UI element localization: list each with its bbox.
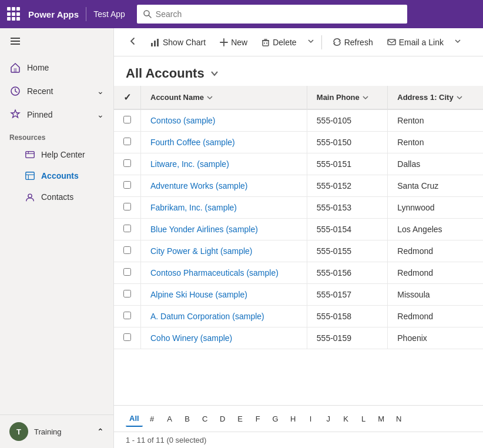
- trash-icon: [261, 38, 270, 46]
- show-chart-button[interactable]: Show Chart: [145, 34, 212, 51]
- row-checkbox-6[interactable]: [114, 240, 141, 262]
- row-checkbox-10[interactable]: [114, 327, 141, 349]
- row-checkbox-5[interactable]: [114, 219, 141, 240]
- account-name-cell-8[interactable]: Alpine Ski House (sample): [141, 284, 307, 306]
- table-body: Contoso (sample) 555-0105 Renton Fourth …: [114, 109, 483, 349]
- alpha-btn-e[interactable]: E: [232, 410, 249, 427]
- address-city-header[interactable]: Address 1: City: [388, 86, 483, 109]
- row-checkbox-9[interactable]: [114, 306, 141, 327]
- alpha-btn-hash[interactable]: #: [144, 410, 160, 427]
- sidebar-item-pinned[interactable]: Pinned ⌄: [0, 103, 113, 126]
- search-input[interactable]: [156, 9, 401, 19]
- row-checkbox-1[interactable]: [114, 132, 141, 153]
- row-checkbox-3[interactable]: [114, 175, 141, 197]
- sidebar-item-contacts[interactable]: Contacts: [0, 186, 113, 208]
- row-checkbox-input-3[interactable]: [123, 181, 131, 189]
- row-checkbox-input-10[interactable]: [123, 333, 131, 341]
- account-name-cell-5[interactable]: Blue Yonder Airlines (sample): [141, 219, 307, 240]
- alpha-btn-n[interactable]: N: [391, 410, 407, 427]
- delete-dropdown-button[interactable]: [305, 34, 317, 50]
- account-name-cell-0[interactable]: Contoso (sample): [141, 109, 307, 132]
- select-all-header[interactable]: ✓: [114, 86, 141, 109]
- sidebar-item-recent[interactable]: Recent ⌄: [0, 79, 113, 103]
- content-area: Show Chart New Delete: [114, 28, 483, 448]
- back-button[interactable]: [123, 33, 142, 51]
- account-name-cell-6[interactable]: City Power & Light (sample): [141, 240, 307, 262]
- alpha-btn-i[interactable]: I: [303, 410, 319, 427]
- sidebar-item-accounts[interactable]: Accounts: [0, 165, 113, 186]
- delete-button[interactable]: Delete: [256, 34, 302, 51]
- alpha-btn-g[interactable]: G: [267, 410, 284, 427]
- refresh-button[interactable]: Refresh: [327, 34, 379, 51]
- account-name-cell-7[interactable]: Contoso Pharmaceuticals (sample): [141, 262, 307, 284]
- address-city-cell-8: Missoula: [388, 284, 483, 306]
- row-checkbox-input-6[interactable]: [123, 246, 131, 254]
- email-link-button[interactable]: Email a Link: [381, 34, 450, 51]
- app-name-label: Test App: [93, 9, 125, 19]
- select-all-checkmark: ✓: [123, 92, 131, 102]
- row-checkbox-7[interactable]: [114, 262, 141, 284]
- alpha-btn-h[interactable]: H: [285, 410, 301, 427]
- search-bar[interactable]: [137, 5, 407, 24]
- sidebar-item-help-center[interactable]: Help Center: [0, 144, 113, 165]
- main-phone-header[interactable]: Main Phone: [307, 86, 387, 109]
- account-name-cell-10[interactable]: Coho Winery (sample): [141, 327, 307, 349]
- pin-icon: [9, 109, 21, 121]
- sidebar-item-home[interactable]: Home: [0, 56, 113, 79]
- alpha-btn-b[interactable]: B: [179, 410, 196, 427]
- main-phone-cell-8: 555-0157: [307, 284, 387, 306]
- row-checkbox-input-0[interactable]: [123, 116, 131, 123]
- row-checkbox-input-5[interactable]: [123, 225, 131, 232]
- row-checkbox-input-7[interactable]: [123, 268, 131, 276]
- new-button[interactable]: New: [214, 34, 253, 51]
- sidebar-user-panel[interactable]: T Training ⌃: [0, 414, 113, 448]
- search-icon: [143, 9, 152, 19]
- alpha-btn-l[interactable]: L: [355, 410, 372, 427]
- alpha-btn-d[interactable]: D: [214, 410, 231, 427]
- sidebar-toggle-button[interactable]: [0, 28, 113, 56]
- alpha-btn-all[interactable]: All: [126, 410, 143, 427]
- svg-rect-16: [157, 39, 159, 46]
- table-row: Fourth Coffee (sample) 555-0150 Renton: [114, 132, 483, 153]
- alpha-btn-c[interactable]: C: [197, 410, 213, 427]
- account-name-header[interactable]: Account Name: [141, 86, 307, 109]
- chart-icon: [150, 38, 160, 47]
- email-dropdown-button[interactable]: [452, 34, 464, 50]
- address-city-cell-1: Renton: [388, 132, 483, 153]
- account-name-cell-4[interactable]: Fabrikam, Inc. (sample): [141, 197, 307, 219]
- chevron-down-icon-2: [454, 38, 461, 45]
- waffle-menu[interactable]: [7, 7, 21, 21]
- address-city-cell-0: Renton: [388, 109, 483, 132]
- alpha-pagination: All#ABCDEFGHIJKLMN: [114, 405, 483, 432]
- row-checkbox-input-9[interactable]: [123, 312, 131, 319]
- delete-label: Delete: [273, 38, 296, 47]
- account-name-cell-9[interactable]: A. Datum Corporation (sample): [141, 306, 307, 327]
- account-name-cell-3[interactable]: Adventure Works (sample): [141, 175, 307, 197]
- row-checkbox-4[interactable]: [114, 197, 141, 219]
- alpha-btn-f[interactable]: F: [250, 410, 266, 427]
- refresh-label: Refresh: [344, 38, 373, 47]
- chevron-down-icon: [307, 38, 314, 45]
- sidebar-item-accounts-label: Accounts: [41, 171, 79, 180]
- row-checkbox-0[interactable]: [114, 109, 141, 132]
- alpha-btn-a[interactable]: A: [162, 410, 178, 427]
- page-title-chevron-icon[interactable]: [209, 68, 220, 79]
- row-checkbox-8[interactable]: [114, 284, 141, 306]
- alpha-btn-k[interactable]: K: [338, 410, 354, 427]
- account-name-cell-1[interactable]: Fourth Coffee (sample): [141, 132, 307, 153]
- accounts-icon: [25, 170, 35, 181]
- row-checkbox-input-1[interactable]: [123, 138, 131, 145]
- alpha-btn-j[interactable]: J: [320, 410, 337, 427]
- row-checkbox-2[interactable]: [114, 153, 141, 175]
- main-phone-cell-10: 555-0159: [307, 327, 387, 349]
- row-checkbox-input-8[interactable]: [123, 290, 131, 297]
- table-row: Fabrikam, Inc. (sample) 555-0153 Lynnwoo…: [114, 197, 483, 219]
- table-row: Contoso (sample) 555-0105 Renton: [114, 109, 483, 132]
- row-checkbox-input-2[interactable]: [123, 159, 131, 167]
- account-name-cell-2[interactable]: Litware, Inc. (sample): [141, 153, 307, 175]
- toolbar: Show Chart New Delete: [114, 28, 483, 56]
- svg-rect-14: [151, 43, 153, 46]
- main-phone-cell-7: 555-0156: [307, 262, 387, 284]
- row-checkbox-input-4[interactable]: [123, 203, 131, 210]
- alpha-btn-m[interactable]: M: [373, 410, 390, 427]
